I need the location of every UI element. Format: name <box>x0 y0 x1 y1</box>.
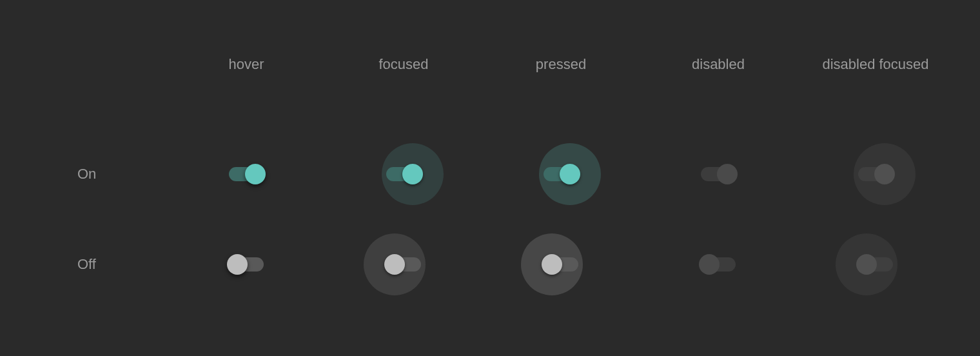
switch-thumb <box>384 254 405 275</box>
switch-thumb <box>856 254 877 275</box>
switch-states-grid: hover focused pressed disabled disabled … <box>0 0 980 356</box>
switch-off-focused[interactable] <box>384 254 423 275</box>
switch-off-disabled <box>699 254 738 275</box>
column-header-hover: hover <box>228 56 264 73</box>
switch-off-pressed[interactable] <box>542 254 580 275</box>
switch-off-hover[interactable] <box>227 254 266 275</box>
switch-on-disabled-focused <box>856 164 895 184</box>
row-header-on: On <box>26 166 96 183</box>
switch-thumb <box>402 164 423 184</box>
switch-thumb <box>227 254 248 275</box>
switch-thumb <box>874 164 895 184</box>
switch-thumb <box>560 164 580 184</box>
switch-on-pressed[interactable] <box>542 164 580 184</box>
switch-on-focused[interactable] <box>384 164 423 184</box>
switch-thumb <box>542 254 562 275</box>
switch-thumb <box>245 164 266 184</box>
switch-thumb <box>699 254 720 275</box>
row-header-off: Off <box>26 256 96 273</box>
switch-on-hover[interactable] <box>227 164 266 184</box>
column-header-disabled-focused: disabled focused <box>822 56 928 73</box>
switch-thumb <box>717 164 738 184</box>
column-header-focused: focused <box>378 56 428 73</box>
switch-on-disabled <box>699 164 738 184</box>
switch-off-disabled-focused <box>856 254 895 275</box>
column-header-disabled: disabled <box>692 56 745 73</box>
column-header-pressed: pressed <box>536 56 586 73</box>
